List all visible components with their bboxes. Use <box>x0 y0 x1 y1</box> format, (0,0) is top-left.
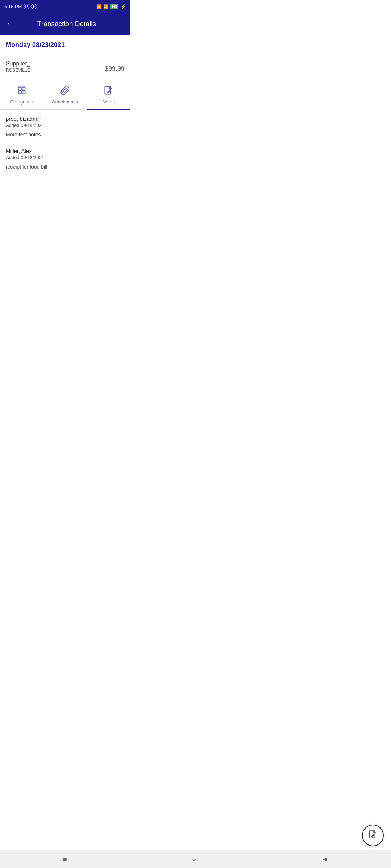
note-2-text: receipt for food bill <box>6 164 125 170</box>
svg-rect-3 <box>22 91 25 94</box>
note-1-date: Added:09/18/2021 <box>6 123 125 128</box>
app-icon-1: P <box>24 4 29 9</box>
supplier-city: ROSEVILLE <box>6 68 35 73</box>
bolt-icon: ⚡ <box>120 4 126 9</box>
tab-attachments-label: Attachments <box>52 99 78 105</box>
transaction-amount: $99.99 <box>105 65 125 73</box>
transaction-supplier: Supplier_... ROSEVILLE $99.99 <box>6 57 125 76</box>
header: ← Transaction Details <box>0 13 130 35</box>
note-item-1: prod, bizadmin Added:09/18/2021 More tes… <box>6 110 125 142</box>
note-2-author: Miller, Alex <box>6 148 125 154</box>
status-time: 5:16 PM P P <box>4 4 37 9</box>
tag-icon <box>17 85 27 98</box>
note-1-text: More test notes <box>6 132 125 137</box>
page-title: Transaction Details <box>20 20 114 28</box>
status-icons: 📶 📶 100 ⚡ <box>96 4 126 9</box>
back-button[interactable]: ← <box>6 19 14 29</box>
supplier-name: Supplier_... <box>6 60 35 67</box>
notes-edit-icon <box>104 85 114 98</box>
tab-notes-label: Notes <box>102 99 115 105</box>
app-icon-2: P <box>31 4 37 9</box>
tab-notes[interactable]: Notes <box>87 81 130 110</box>
tabs-bar: Categories Attachments Notes <box>0 80 130 110</box>
transaction-date: Monday 08/23/2021 <box>6 41 125 52</box>
tab-attachments[interactable]: Attachments <box>43 81 87 110</box>
status-bar: 5:16 PM P P 📶 📶 100 ⚡ <box>0 0 130 13</box>
note-1-author: prod, bizadmin <box>6 116 125 122</box>
notes-content: prod, bizadmin Added:09/18/2021 More tes… <box>0 110 130 174</box>
time-display: 5:16 PM <box>4 4 22 9</box>
battery-icon: 100 <box>110 4 118 9</box>
transaction-info: Monday 08/23/2021 Supplier_... ROSEVILLE… <box>0 35 130 80</box>
paperclip-icon <box>60 85 70 98</box>
supplier-info: Supplier_... ROSEVILLE <box>6 60 35 73</box>
note-item-2: Miller, Alex Added:09/18/2021 receipt fo… <box>6 142 125 174</box>
svg-rect-2 <box>22 87 25 90</box>
tab-categories-label: Categories <box>10 99 33 105</box>
signal-icon: 📶 <box>96 4 101 9</box>
wifi-icon: 📶 <box>103 4 108 9</box>
svg-rect-1 <box>18 91 21 94</box>
svg-rect-0 <box>18 87 21 90</box>
note-2-date: Added:09/18/2021 <box>6 155 125 160</box>
tab-categories[interactable]: Categories <box>0 81 43 110</box>
